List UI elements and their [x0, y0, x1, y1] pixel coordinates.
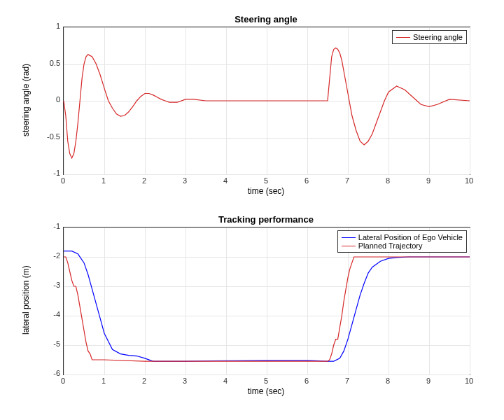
ytick-label: 0	[41, 95, 60, 104]
xtick-label: 7	[340, 176, 354, 185]
ytick-label: -5	[41, 340, 60, 348]
xtick-label: 2	[137, 377, 151, 385]
xtick-label: 6	[300, 176, 314, 185]
legend-swatch-red	[396, 37, 410, 38]
gridline-h	[64, 174, 470, 175]
xtick-label: 4	[218, 377, 232, 385]
xtick-label: 8	[381, 176, 395, 185]
series-steering-angle	[64, 48, 470, 158]
xtick-label: 8	[381, 377, 395, 385]
axes1-xlabel: time (sec)	[63, 186, 469, 196]
xtick-label: 2	[137, 176, 151, 185]
xtick-label: 3	[178, 377, 192, 385]
xtick-label: 5	[259, 176, 273, 185]
xtick-label: 5	[259, 377, 273, 385]
ytick-label: -0.5	[41, 132, 60, 141]
axes1-ylabel: steering angle (rad)	[21, 27, 31, 174]
legend-tracking: Lateral Position of Ego Vehicle Planned …	[337, 230, 467, 253]
xtick-label: 4	[218, 176, 232, 185]
series-planned-trajectory	[64, 257, 470, 361]
legend-label: Planned Trajectory	[358, 241, 423, 250]
axes1-title: Steering angle	[63, 14, 469, 24]
xtick-label: 3	[178, 176, 192, 185]
xtick-label: 1	[97, 176, 111, 185]
figure: Steering angle Steering angle steering a…	[0, 0, 504, 420]
xtick-label: 1	[97, 377, 111, 385]
series-lateral-position-of-ego-vehicle	[64, 251, 470, 361]
legend-swatch-red	[342, 246, 356, 246]
ytick-label: -3	[41, 281, 60, 289]
xtick-label: 6	[300, 377, 314, 385]
axes2-ylabel: lateral position (m)	[21, 227, 31, 374]
xtick-label: 7	[340, 377, 354, 385]
ytick-label: -1	[41, 222, 60, 230]
ytick-label: 1	[41, 22, 60, 30]
xtick-label: 10	[462, 377, 476, 385]
axes-steering: Steering angle	[63, 27, 470, 175]
legend-label: Lateral Position of Ego Vehicle	[358, 233, 463, 241]
ytick-label: -1	[41, 169, 60, 177]
xtick-label: 0	[56, 176, 70, 185]
axes2-xlabel: time (sec)	[63, 386, 469, 396]
xtick-label: 10	[462, 176, 476, 185]
xtick-label: 9	[421, 377, 435, 385]
axes-tracking: Lateral Position of Ego Vehicle Planned …	[63, 227, 470, 375]
legend-row: Planned Trajectory	[342, 241, 463, 250]
gridline-h	[64, 374, 470, 375]
gridline-v	[470, 227, 470, 374]
legend-swatch-blue	[342, 237, 356, 238]
gridline-v	[470, 27, 470, 174]
axes2-title: Tracking performance	[63, 214, 469, 225]
plot-steering	[64, 27, 470, 174]
ytick-label: -2	[41, 251, 60, 260]
legend-label: Steering angle	[413, 33, 463, 41]
ytick-label: -4	[41, 310, 60, 318]
legend-steering: Steering angle	[392, 30, 467, 44]
legend-row: Steering angle	[396, 33, 463, 41]
ytick-label: -6	[41, 369, 60, 377]
xtick-label: 9	[421, 176, 435, 185]
ytick-label: 0.5	[41, 59, 60, 67]
xtick-label: 0	[56, 377, 70, 385]
legend-row: Lateral Position of Ego Vehicle	[342, 233, 463, 241]
